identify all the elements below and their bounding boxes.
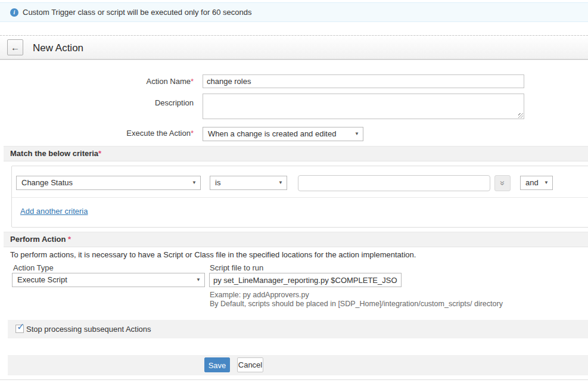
description-textarea[interactable]: [203, 94, 524, 119]
perform-action-title-text: Perform Action: [10, 235, 66, 244]
description-label: Description: [0, 98, 194, 107]
criteria-operator-value: is: [215, 178, 220, 187]
cancel-button[interactable]: Cancel: [237, 357, 263, 372]
required-asterisk: *: [68, 235, 71, 244]
description-field-wrap: [203, 94, 524, 119]
description-label-text: Description: [155, 98, 194, 107]
required-asterisk: *: [98, 149, 101, 158]
required-asterisk: *: [191, 129, 194, 138]
match-criteria-title: Match the below criteria*: [10, 147, 101, 161]
criteria-logical-value: and: [525, 178, 539, 187]
action-name-label-text: Action Name: [147, 77, 191, 86]
chevron-double-down-icon: »: [495, 181, 510, 186]
script-file-input[interactable]: [209, 273, 402, 287]
action-type-selected-value: Execute Script: [17, 275, 67, 284]
bottom-divider: [0, 379, 588, 380]
action-name-label: Action Name*: [0, 77, 194, 86]
match-criteria-title-text: Match the below criteria: [10, 149, 98, 158]
criteria-operator-select[interactable]: is ▼: [210, 176, 287, 190]
execute-action-label: Execute the Action*: [0, 129, 194, 138]
info-icon: i: [10, 8, 18, 17]
dropdown-arrow-icon: ▼: [192, 176, 197, 189]
action-type-select[interactable]: Execute Script ▼: [12, 273, 205, 287]
criteria-value-input[interactable]: [298, 175, 490, 191]
criteria-box: Change Status ▼ is ▼ » and ▼ Add another…: [11, 166, 588, 228]
stop-processing-bar: ✓ Stop processing subsequent Actions: [8, 320, 588, 338]
stop-processing-checkbox[interactable]: ✓: [15, 325, 24, 333]
page-title: New Action: [33, 36, 83, 60]
action-name-input[interactable]: [203, 74, 524, 88]
save-button[interactable]: Save: [204, 357, 230, 372]
required-asterisk: *: [191, 77, 194, 86]
criteria-field-value: Change Status: [21, 178, 73, 187]
criteria-field-select[interactable]: Change Status ▼: [16, 176, 201, 190]
dropdown-arrow-icon: ▼: [544, 176, 549, 189]
resize-handle-icon[interactable]: [518, 113, 523, 118]
match-criteria-section-bar: Match the below criteria*: [4, 146, 588, 161]
add-another-criteria-link[interactable]: Add another criteria: [20, 207, 88, 216]
perform-action-section-bar: Perform Action *: [4, 232, 588, 247]
info-banner-text: Custom Trigger class or script will be e…: [23, 3, 251, 21]
criteria-logical-select[interactable]: and ▼: [520, 176, 553, 190]
execute-action-label-text: Execute the Action: [126, 129, 191, 138]
action-type-label: Action Type: [13, 263, 54, 272]
new-action-page: i Custom Trigger class or script will be…: [0, 0, 588, 389]
form-actions-bar: Save Cancel: [8, 355, 588, 375]
script-file-label: Script file to run: [210, 263, 263, 272]
dropdown-arrow-icon: ▼: [278, 176, 283, 189]
page-header: ← New Action: [0, 35, 588, 60]
criteria-divider: [12, 197, 588, 198]
script-location-note: By Default, scripts should be placed in …: [210, 300, 503, 308]
checkmark-icon: ✓: [17, 321, 24, 332]
script-example-text: Example: py addApprovers.py: [210, 291, 309, 299]
stop-processing-label: Stop processing subsequent Actions: [26, 320, 151, 338]
execute-action-selected-value: When a change is created and edited: [208, 129, 336, 138]
back-button[interactable]: ←: [7, 39, 23, 55]
dropdown-arrow-icon: ▼: [354, 127, 359, 141]
back-arrow-icon: ←: [11, 42, 20, 52]
perform-action-description: To perform actions, it is necessary to h…: [10, 250, 416, 259]
info-banner: i Custom Trigger class or script will be…: [0, 2, 588, 22]
perform-action-title: Perform Action *: [10, 232, 71, 247]
dropdown-arrow-icon: ▼: [196, 273, 201, 287]
pick-values-button[interactable]: »: [494, 175, 511, 191]
execute-action-select[interactable]: When a change is created and edited ▼: [203, 127, 363, 141]
